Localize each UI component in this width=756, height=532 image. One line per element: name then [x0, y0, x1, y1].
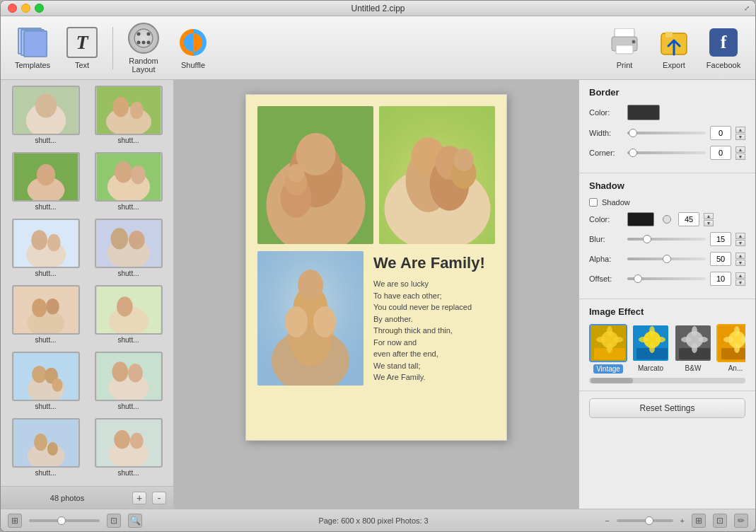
page-info: Page: 600 x 800 pixel Photos: 3 [149, 516, 598, 525]
list-item[interactable]: shutt... [89, 352, 168, 414]
fullscreen-icon[interactable]: ⊡ [713, 514, 727, 528]
svg-point-4 [137, 40, 141, 44]
shadow-blur-up[interactable]: ▲ [735, 233, 745, 239]
shadow-offset-stepper[interactable]: ▲ ▼ [735, 272, 745, 286]
shadow-offset-value[interactable]: 10 [710, 272, 731, 286]
text-label: Text [75, 61, 89, 69]
border-width-up[interactable]: ▲ [735, 127, 745, 133]
border-width-value[interactable]: 0 [710, 126, 731, 140]
minimize-button[interactable] [21, 4, 30, 13]
reset-settings-button[interactable]: Reset Settings [589, 398, 745, 418]
shadow-alpha-slider[interactable] [627, 258, 706, 260]
svg-point-26 [130, 166, 145, 184]
photo-slot-3[interactable] [257, 251, 364, 386]
svg-point-29 [31, 230, 47, 250]
svg-point-5 [147, 40, 151, 44]
text-button[interactable]: T Text [57, 20, 107, 76]
list-item[interactable]: shutt... [6, 219, 85, 281]
print-label: Print [617, 61, 633, 69]
border-corner-down[interactable]: ▼ [735, 154, 745, 160]
shadow-alpha-up[interactable]: ▲ [735, 253, 745, 259]
effect-an[interactable]: An... [716, 324, 745, 374]
shadow-alpha-value[interactable]: 50 [710, 252, 731, 266]
shadow-radio[interactable] [663, 215, 671, 224]
list-item[interactable]: shutt... [6, 86, 85, 148]
list-item[interactable]: shutt... [6, 152, 85, 214]
border-width-label: Width: [589, 129, 623, 137]
shadow-checkbox[interactable] [589, 198, 598, 207]
edit-icon[interactable]: ✏ [734, 514, 748, 528]
marcato-thumb [632, 324, 670, 362]
border-color-swatch[interactable] [627, 105, 660, 120]
photo-thumbnail [95, 418, 163, 468]
toolbar-sep-1 [112, 27, 113, 69]
templates-button[interactable]: Templates [8, 20, 57, 76]
border-width-stepper[interactable]: ▲ ▼ [735, 127, 745, 140]
fit-page-icon[interactable]: ⊡ [107, 514, 121, 528]
shuffle-button[interactable]: Shuffle [168, 20, 218, 76]
list-item[interactable]: shutt... [89, 86, 168, 148]
border-corner-up[interactable]: ▲ [735, 146, 745, 153]
photo-slot-2[interactable] [379, 106, 495, 244]
zoom-slider-main[interactable] [617, 519, 673, 522]
list-item[interactable]: shutt... [89, 285, 168, 347]
list-item[interactable]: shutt... [6, 352, 85, 414]
shadow-alpha-stepper[interactable]: ▲ ▼ [735, 253, 745, 266]
list-item[interactable]: shutt... [6, 285, 85, 347]
photo-label: shutt... [35, 336, 56, 344]
shadow-offset-up[interactable]: ▲ [735, 272, 745, 279]
templates-label: Templates [15, 61, 50, 69]
effect-bw[interactable]: B&W [674, 324, 712, 374]
border-corner-stepper[interactable]: ▲ ▼ [735, 146, 745, 160]
photo-thumbnail [12, 418, 80, 468]
list-item[interactable]: shutt... [89, 418, 168, 480]
list-item[interactable]: shutt... [89, 152, 168, 214]
titlebar: Untitled 2.cipp ⤢ [1, 1, 755, 16]
close-button[interactable] [8, 4, 17, 13]
border-corner-slider[interactable] [627, 151, 706, 154]
grid-icon[interactable]: ⊞ [692, 514, 706, 528]
svg-point-102 [681, 337, 691, 342]
shadow-blur-value[interactable]: 15 [710, 232, 731, 246]
print-button[interactable]: Print [600, 20, 649, 76]
poem-title: We Are Family! [373, 254, 492, 272]
facebook-button[interactable]: f Facebook [699, 20, 748, 76]
shadow-blur-stepper[interactable]: ▲ ▼ [735, 233, 745, 246]
svg-point-30 [47, 234, 60, 252]
list-item[interactable]: shutt... [89, 219, 168, 281]
print-icon [609, 27, 640, 58]
shadow-color-value[interactable]: 45 [678, 212, 699, 226]
border-width-slider[interactable] [627, 132, 706, 134]
shadow-offset-row: Offset: 10 ▲ ▼ [589, 272, 745, 286]
canvas-area[interactable]: We Are Family! We are so lucky To have e… [174, 80, 578, 509]
magnify-icon[interactable]: 🔍 [128, 514, 142, 528]
shadow-offset-down[interactable]: ▼ [735, 279, 745, 286]
svg-point-6 [184, 33, 202, 52]
grid-view-icon[interactable]: ⊞ [8, 514, 22, 528]
random-layout-button[interactable]: Random Layout [119, 20, 168, 76]
svg-point-37 [32, 299, 47, 317]
shadow-color-stepper[interactable]: ▲ ▼ [704, 213, 714, 226]
list-item[interactable]: shutt... [6, 418, 85, 480]
shadow-blur-slider[interactable] [627, 238, 706, 241]
svg-point-34 [129, 231, 145, 249]
photo-slot-1[interactable] [257, 106, 373, 244]
shadow-blur-down[interactable]: ▼ [735, 240, 745, 246]
expand-icon[interactable]: ⤢ [744, 4, 750, 12]
shadow-color-down[interactable]: ▼ [704, 220, 714, 226]
an-label: An... [728, 364, 743, 372]
border-corner-value[interactable]: 0 [710, 146, 731, 160]
shadow-alpha-down[interactable]: ▼ [735, 260, 745, 266]
shadow-color-up[interactable]: ▲ [704, 213, 714, 219]
border-width-down[interactable]: ▼ [735, 134, 745, 140]
effect-vintage[interactable]: Vintage [589, 324, 627, 374]
maximize-button[interactable] [35, 4, 44, 13]
shadow-color-swatch[interactable] [627, 212, 654, 226]
add-photo-button[interactable]: + [132, 492, 146, 504]
effect-marcato[interactable]: Marcato [632, 324, 670, 374]
remove-photo-button[interactable]: - [152, 492, 166, 504]
zoom-minus[interactable]: − [605, 516, 609, 525]
export-button[interactable]: Export [649, 20, 699, 76]
zoom-plus[interactable]: + [680, 516, 685, 525]
shadow-offset-slider[interactable] [627, 277, 706, 280]
